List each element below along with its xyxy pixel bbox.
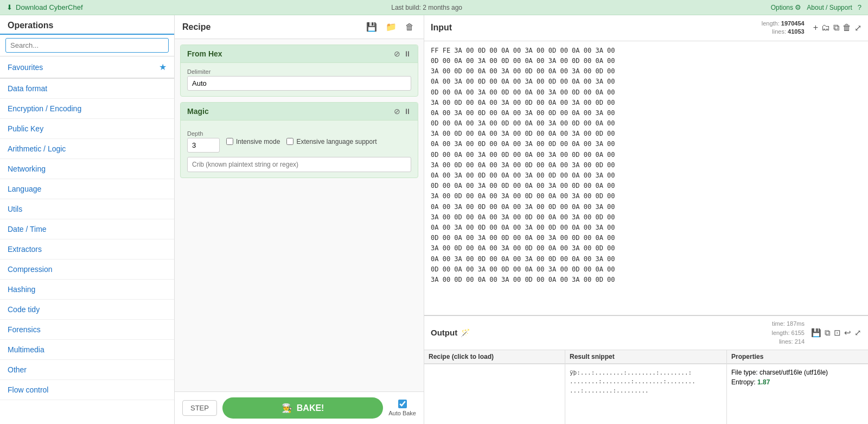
output-col-headers: Recipe (click to load) Result snippet Pr… <box>424 350 868 364</box>
hex-line: 0A 00 3A 00 0D 00 0A 00 3A 00 0D 00 0A 0… <box>431 77 861 87</box>
sidebar-item-networking[interactable]: Networking <box>0 159 174 179</box>
crib-input[interactable] <box>187 157 411 172</box>
hex-line: 0D 00 0A 00 3A 00 0D 00 0A 00 3A 00 0D 0… <box>431 150 861 160</box>
bake-button[interactable]: 👨‍🍳 BAKE! <box>222 397 383 419</box>
copy-output-button[interactable]: ⧉ <box>825 328 831 338</box>
sidebar-item-language[interactable]: Language <box>0 179 174 199</box>
new-output-tab-button[interactable]: ⊡ <box>834 328 841 338</box>
sidebar-item-encryption[interactable]: Encryption / Encoding <box>0 99 174 119</box>
magic-body: Depth Intensive mode Extensive language … <box>181 121 418 178</box>
hex-line: 0D 00 0A 00 3A 00 0D 00 0A 00 3A 00 0D 0… <box>431 118 861 129</box>
open-file-button[interactable]: 🗂 <box>821 23 830 33</box>
output-result-col: ÿþ:...:........:........:........:......… <box>565 364 727 425</box>
hex-line: 0D 00 0A 00 3A 00 0D 00 0A 00 3A 00 0D 0… <box>431 233 861 243</box>
magic-disable-button[interactable]: ⊘ <box>394 107 400 116</box>
sidebar-item-multimedia[interactable]: Multimedia <box>0 340 174 360</box>
input-icons: + 🗂 ⧉ 🗑 ⤢ <box>813 23 861 33</box>
hex-line: 0A 00 3A 00 0D 00 0A 00 3A 00 0D 00 0A 0… <box>431 139 861 149</box>
top-bar-right: Options ⚙ About / Support ? <box>771 3 861 11</box>
magic-wand-icon[interactable]: 🪄 <box>461 328 470 337</box>
sidebar-item-forensics[interactable]: Forensics <box>0 320 174 340</box>
from-hex-disable-button[interactable]: ⊘ <box>394 49 400 58</box>
sidebar-item-code-tidy[interactable]: Code tidy <box>0 300 174 320</box>
search-input[interactable] <box>5 38 169 53</box>
magic-pause-button[interactable]: ⏸ <box>404 107 411 116</box>
hex-line: 0A 00 3A 00 0D 00 0A 00 3A 00 0D 00 0A 0… <box>431 254 861 264</box>
save-recipe-button[interactable]: 💾 <box>364 21 379 33</box>
sidebar-item-flow-control[interactable]: Flow control <box>0 380 174 400</box>
hex-line: FF FE 3A 00 0D 00 0A 00 3A 00 0D 00 0A 0… <box>431 46 861 56</box>
magic-options: Depth Intensive mode Extensive language … <box>187 130 411 153</box>
download-label[interactable]: Download CyberChef <box>16 3 83 11</box>
new-tab-button[interactable]: + <box>813 23 818 33</box>
sidebar-item-hashing[interactable]: Hashing <box>0 280 174 300</box>
hex-line: 0A 00 3A 00 0D 00 0A 00 3A 00 0D 00 0A 0… <box>431 202 861 212</box>
auto-bake-checkbox[interactable] <box>398 400 407 408</box>
sidebar-item-compression[interactable]: Compression <box>0 260 174 280</box>
output-props-col: File type: charset/utf16le (utf16le) Ent… <box>727 364 868 425</box>
build-info: Last build: 2 months ago <box>391 4 462 11</box>
expand-output-button[interactable]: ⤢ <box>854 328 861 338</box>
extensive-language-checkbox[interactable] <box>286 138 293 145</box>
hex-line: 3A 00 0D 00 0A 00 3A 00 0D 00 0A 00 3A 0… <box>431 243 861 254</box>
about-link[interactable]: About / Support <box>807 4 852 11</box>
sidebar-item-favourites[interactable]: Favourites ★ <box>0 56 174 79</box>
star-icon: ★ <box>159 62 167 72</box>
sidebar-item-arithmetic[interactable]: Arithmetic / Logic <box>0 139 174 159</box>
from-hex-card: From Hex ⊘ ⏸ Delimiter <box>180 45 418 97</box>
delimiter-label: Delimiter <box>187 68 411 75</box>
hex-content[interactable]: FF FE 3A 00 0D 00 0A 00 3A 00 0D 00 0A 0… <box>424 41 868 315</box>
intensive-mode-checkbox[interactable] <box>226 138 233 145</box>
input-section: Input length: 1970454 lines: 41053 + 🗂 ⧉… <box>424 15 868 315</box>
sidebar-item-public-key[interactable]: Public Key <box>0 119 174 139</box>
download-section[interactable]: ⬇ Download CyberChef <box>7 3 83 11</box>
input-title: Input <box>431 23 452 33</box>
hex-line: 3A 00 0D 00 0A 00 3A 00 0D 00 0A 00 3A 0… <box>431 191 861 201</box>
sidebar-nav: Favourites ★ Data format Encryption / En… <box>0 56 174 424</box>
output-table: ÿþ:...:........:........:........:......… <box>424 364 868 425</box>
file-type-text: File type: charset/utf16le (utf16le) <box>731 369 864 376</box>
delimiter-input[interactable] <box>187 76 411 91</box>
step-button[interactable]: STEP <box>182 400 217 416</box>
hex-line: 3A 00 0D 00 0A 00 3A 00 0D 00 0A 00 3A 0… <box>431 212 861 223</box>
recipe-footer: STEP 👨‍🍳 BAKE! Auto Bake <box>175 391 424 424</box>
undo-button[interactable]: ↩ <box>844 328 851 338</box>
hex-line: 0D 00 0A 00 3A 00 0D 00 0A 00 3A 00 0D 0… <box>431 264 861 275</box>
auto-bake-wrap: Auto Bake <box>388 400 416 416</box>
props-col-header: Properties <box>727 350 868 363</box>
clear-input-button[interactable]: 🗑 <box>843 23 851 33</box>
sidebar-title: Operations <box>0 15 174 35</box>
sidebar-item-utils[interactable]: Utils <box>0 199 174 219</box>
sidebar-item-data-format[interactable]: Data format <box>0 79 174 99</box>
from-hex-pause-button[interactable]: ⏸ <box>404 49 411 58</box>
hex-line: 0A 00 3A 00 0D 00 0A 00 3A 00 0D 00 0A 0… <box>431 223 861 233</box>
right-panels: Input length: 1970454 lines: 41053 + 🗂 ⧉… <box>424 15 868 424</box>
depth-label: Depth <box>187 130 220 137</box>
load-recipe-button[interactable]: 📁 <box>384 21 399 33</box>
clear-recipe-button[interactable]: 🗑 <box>403 21 416 33</box>
top-bar: ⬇ Download CyberChef Last build: 2 month… <box>0 0 868 15</box>
depth-field: Depth <box>187 130 220 153</box>
hex-line: 0A 00 3A 00 0D 00 0A 00 3A 00 0D 00 0A 0… <box>431 170 861 181</box>
magic-title: Magic <box>187 107 209 116</box>
hex-line: 3A 00 0D 00 0A 00 3A 00 0D 00 0A 00 3A 0… <box>431 275 861 285</box>
result-col-header: Result snippet <box>565 350 727 363</box>
options-link[interactable]: Options ⚙ <box>771 3 802 11</box>
sidebar-item-extractors[interactable]: Extractors <box>0 239 174 260</box>
depth-input[interactable] <box>187 138 220 153</box>
output-section: Output 🪄 time: 187ms length: 6155 lines:… <box>424 315 868 424</box>
expand-input-button[interactable]: ⤢ <box>854 23 861 33</box>
extensive-language-label[interactable]: Extensive language support <box>286 138 376 145</box>
sidebar-item-datetime[interactable]: Date / Time <box>0 219 174 239</box>
sidebar-item-other[interactable]: Other <box>0 360 174 380</box>
magic-header: Magic ⊘ ⏸ <box>181 103 418 121</box>
sidebar: Operations Favourites ★ Data format Encr… <box>0 15 175 424</box>
input-header: Input length: 1970454 lines: 41053 + 🗂 ⧉… <box>424 15 868 41</box>
main-layout: Operations Favourites ★ Data format Encr… <box>0 15 868 424</box>
open-folder-button[interactable]: ⧉ <box>833 23 839 33</box>
save-output-button[interactable]: 💾 <box>811 328 821 338</box>
recipe-col-header: Recipe (click to load) <box>424 350 565 363</box>
output-recipe-col <box>424 364 565 425</box>
recipe-title: Recipe <box>182 22 210 32</box>
intensive-mode-label[interactable]: Intensive mode <box>226 138 280 145</box>
